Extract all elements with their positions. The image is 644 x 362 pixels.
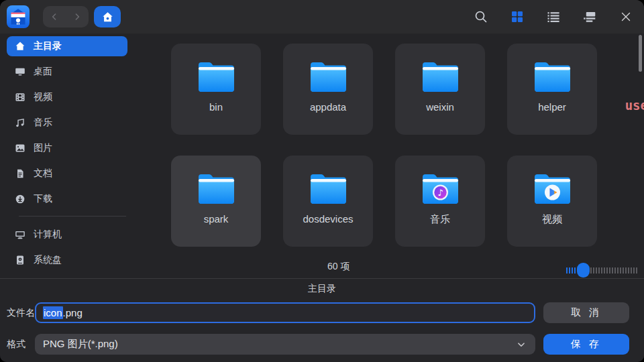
desktop-icon <box>15 66 25 77</box>
list-view-icon <box>547 10 560 23</box>
sidebar-item-label: 视频 <box>34 91 52 103</box>
folder-tile[interactable]: 视频 <box>507 156 597 247</box>
current-location-label: 主目录 <box>0 283 644 295</box>
folder-name: bin <box>209 101 223 113</box>
sidebar-item-label: 桌面 <box>34 66 52 78</box>
folder-icon <box>307 60 350 95</box>
status-bar: 60 项 <box>133 256 644 278</box>
sidebar-item-label: 图片 <box>34 142 52 154</box>
filename-label: 文件名 <box>0 307 35 319</box>
close-icon <box>619 10 633 23</box>
filename-input[interactable]: icon.png <box>35 302 535 323</box>
slider-track-empty[interactable] <box>590 267 637 274</box>
film-icon <box>15 92 25 103</box>
sidebar-item-computer[interactable]: 计算机 <box>7 225 127 245</box>
save-dialog-panel: 主目录 文件名 icon.png 取 消 格式 PNG 图片(*.png) 保 … <box>0 278 644 362</box>
back-button[interactable] <box>44 6 64 27</box>
sidebar-item-label: 下载 <box>34 193 52 205</box>
folder-name: dosdevices <box>303 213 353 225</box>
folder-tile[interactable]: appdata <box>283 44 373 135</box>
chevron-right-icon <box>72 11 83 22</box>
titlebar <box>0 0 644 34</box>
grid-view-icon <box>511 10 524 23</box>
detail-view-button[interactable] <box>576 5 604 28</box>
sidebar-item-label: 主目录 <box>34 40 62 52</box>
sidebar-item-music[interactable]: 音乐 <box>7 113 127 133</box>
filename-selected-text: icon <box>43 306 63 319</box>
icon-size-slider[interactable] <box>566 263 637 278</box>
vertical-scrollbar-thumb[interactable] <box>639 35 642 72</box>
folder-tile[interactable]: bin <box>171 44 261 135</box>
folder-name: appdata <box>310 101 346 113</box>
video-folder-icon <box>531 172 574 206</box>
close-button[interactable] <box>612 5 640 28</box>
home-button[interactable] <box>94 6 121 27</box>
folder-tile[interactable]: ♪音乐 <box>395 156 485 247</box>
folder-name: helper <box>538 101 566 113</box>
file-manager-app-icon <box>7 5 30 28</box>
sidebar-item-documents[interactable]: 文档 <box>7 164 127 184</box>
slider-thumb[interactable] <box>577 263 590 278</box>
download-icon <box>15 194 25 204</box>
format-select[interactable]: PNG 图片(*.png) <box>35 334 535 355</box>
folder-icon <box>307 172 350 206</box>
sidebar-item-system-disk[interactable]: 系统盘 <box>7 250 127 270</box>
sidebar-item-label: 文档 <box>34 168 52 180</box>
chevron-left-icon <box>49 11 60 22</box>
chevron-down-icon <box>515 339 527 351</box>
folder-name: spark <box>204 213 229 225</box>
sidebar-item-label: 计算机 <box>34 229 62 241</box>
detail-view-icon <box>583 10 596 23</box>
sidebar-item-downloads[interactable]: 下载 <box>7 189 127 209</box>
home-icon <box>15 41 25 52</box>
sidebar-item-home[interactable]: 主目录 <box>7 36 127 56</box>
folder-name: 视频 <box>542 213 562 226</box>
sidebar-item-label: 系统盘 <box>34 254 62 266</box>
folder-tile[interactable]: weixin <box>395 44 485 135</box>
file-view: binappdataweixinhelpersparkdosdevices♪音乐… <box>133 34 644 278</box>
search-button[interactable] <box>467 5 495 28</box>
folder-tile[interactable]: helper <box>507 44 597 135</box>
sidebar: 主目录桌面视频音乐图片文档下载计算机系统盘157.9 GB 卷 <box>0 34 133 278</box>
file-save-dialog-window: 主目录桌面视频音乐图片文档下载计算机系统盘157.9 GB 卷 binappda… <box>0 0 644 362</box>
sidebar-item-videos[interactable]: 视频 <box>7 87 127 107</box>
music-folder-icon: ♪ <box>419 172 462 206</box>
format-selected-value: PNG 图片(*.png) <box>43 338 515 351</box>
folder-icon <box>419 60 462 95</box>
sidebar-item-label: 音乐 <box>34 117 52 129</box>
picture-icon <box>15 143 25 154</box>
sidebar-item-pictures[interactable]: 图片 <box>7 138 127 158</box>
search-icon <box>474 9 488 24</box>
folder-icon <box>531 60 574 95</box>
folder-icon <box>195 172 237 206</box>
music-icon <box>15 117 25 128</box>
cancel-button[interactable]: 取 消 <box>543 302 629 323</box>
home-icon <box>101 11 114 23</box>
sidebar-item-desktop[interactable]: 桌面 <box>7 62 127 82</box>
folder-name: 音乐 <box>430 213 450 226</box>
format-label: 格式 <box>0 339 35 351</box>
save-button[interactable]: 保 存 <box>543 334 629 355</box>
slider-track-filled[interactable] <box>566 267 576 274</box>
document-icon <box>15 168 25 179</box>
computer-icon <box>15 229 25 240</box>
sidebar-divider <box>19 216 126 217</box>
forward-button[interactable] <box>67 6 87 27</box>
navigation-group <box>43 6 89 27</box>
folder-tile[interactable]: spark <box>171 156 261 247</box>
folder-tile[interactable]: dosdevices <box>283 156 373 247</box>
svg-text:♪: ♪ <box>437 188 443 198</box>
folder-grid: binappdataweixinhelpersparkdosdevices♪音乐… <box>171 44 597 247</box>
folder-name: weixin <box>426 101 454 113</box>
clipped-overlay-text: use <box>625 98 644 113</box>
folder-icon <box>195 60 237 95</box>
grid-view-button[interactable] <box>503 5 531 28</box>
disk-icon <box>15 255 25 265</box>
filename-extension-text: .png <box>63 307 83 318</box>
list-view-button[interactable] <box>539 5 568 28</box>
item-count: 60 项 <box>327 261 350 273</box>
